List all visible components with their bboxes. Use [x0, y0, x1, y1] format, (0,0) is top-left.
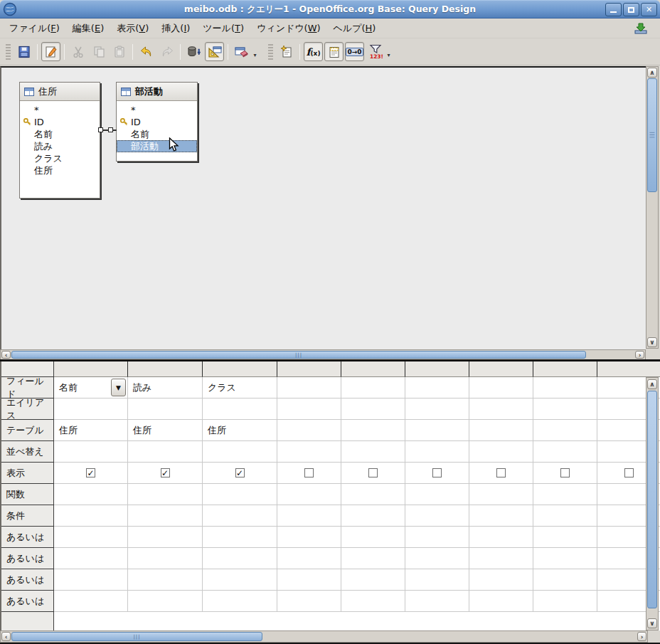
grid-horizontal-scrollbar[interactable]: ‹ ||| › — [0, 630, 648, 643]
grid-cell[interactable]: 住所 — [203, 420, 277, 441]
scroll-right-button[interactable]: › — [637, 632, 646, 641]
menu-item-insert[interactable]: 挿入(I) — [155, 19, 196, 38]
grid-cell[interactable] — [469, 591, 533, 612]
grid-cell[interactable] — [341, 377, 405, 398]
grid-cell[interactable] — [405, 441, 469, 463]
design-vertical-scrollbar[interactable]: ∧ ||| ∨ — [646, 66, 659, 349]
grid-cell[interactable] — [341, 591, 405, 612]
distinct-values-button[interactable]: 123! — [366, 42, 385, 61]
table-field-item[interactable]: クラス — [20, 152, 100, 164]
checkbox-checked[interactable]: ✓ — [235, 468, 245, 477]
table-name-toggle-button[interactable] — [324, 42, 344, 61]
menu-item-edit[interactable]: 編集(E) — [66, 19, 110, 38]
grid-cell[interactable] — [277, 591, 341, 612]
grid-cell[interactable] — [341, 441, 405, 463]
grid-cell[interactable] — [128, 569, 203, 591]
table-field-item[interactable]: * — [117, 104, 197, 116]
scroll-up-button[interactable]: ∧ — [647, 68, 657, 78]
grid-cell[interactable] — [341, 505, 405, 527]
grid-cell[interactable]: ✓ — [128, 463, 203, 484]
grid-cell[interactable]: ✓ — [203, 463, 277, 484]
alias-toggle-button[interactable]: 0→0 — [345, 42, 364, 61]
scroll-left-button[interactable]: ‹ — [1, 351, 11, 359]
grid-cell[interactable] — [341, 398, 405, 420]
table-field-item[interactable]: * — [20, 104, 100, 116]
scroll-up-button[interactable]: ∧ — [647, 379, 657, 389]
grid-column-header[interactable] — [405, 361, 469, 377]
checkbox-unchecked[interactable] — [496, 468, 506, 477]
checkbox-unchecked[interactable] — [624, 468, 634, 477]
grid-cell[interactable] — [533, 420, 597, 441]
grid-cell[interactable]: クラス — [203, 377, 277, 398]
grid-cell[interactable] — [469, 569, 533, 591]
grid-cell[interactable] — [405, 591, 469, 612]
table-field-item[interactable]: 住所 — [20, 164, 100, 176]
join-connector-endpoint[interactable] — [108, 127, 113, 132]
table-field-item[interactable]: 読み — [20, 140, 100, 152]
grid-cell[interactable] — [54, 527, 128, 548]
table-field-item[interactable]: ID — [20, 116, 100, 128]
table-field-item[interactable]: 名前 — [20, 128, 100, 140]
grid-cell[interactable] — [128, 398, 203, 420]
grid-column-header[interactable] — [128, 361, 203, 377]
checkbox-unchecked[interactable] — [368, 468, 378, 477]
grid-cell[interactable] — [405, 484, 469, 505]
grid-cell[interactable] — [128, 548, 203, 569]
grid-cell[interactable] — [533, 527, 597, 548]
undo-button[interactable] — [137, 42, 156, 61]
maximize-button[interactable] — [623, 3, 639, 16]
scroll-left-button[interactable]: ‹ — [1, 632, 11, 641]
grid-cell[interactable]: ✓ — [54, 463, 128, 484]
query-design-canvas[interactable]: 住所*ID名前読みクラス住所部活動*ID名前部活動 — [0, 66, 646, 349]
grid-cell[interactable] — [341, 569, 405, 591]
functions-toggle-button[interactable]: f(x) — [304, 42, 323, 61]
menu-item-help[interactable]: ヘルプ(H) — [327, 19, 383, 38]
grid-cell[interactable] — [203, 591, 277, 612]
grid-vertical-scrollbar[interactable]: ∧ ∨ — [646, 377, 659, 630]
toolbar-overflow-arrow[interactable]: ▾ — [385, 42, 392, 61]
grid-cell[interactable] — [469, 484, 533, 505]
grid-column-header[interactable] — [597, 361, 660, 377]
table-panel-header[interactable]: 部活動 — [117, 83, 197, 101]
grid-cell[interactable] — [277, 505, 341, 527]
table-field-item[interactable]: ID — [117, 116, 197, 128]
grid-cell[interactable] — [203, 548, 277, 569]
grid-column-header[interactable] — [203, 361, 277, 377]
scroll-down-button[interactable]: ∨ — [647, 337, 657, 347]
grid-cell[interactable] — [277, 569, 341, 591]
close-button[interactable]: ✕ — [641, 3, 657, 16]
scrollbar-thumb[interactable]: ||| — [647, 78, 657, 192]
grid-cell[interactable] — [203, 569, 277, 591]
grid-cell[interactable] — [341, 548, 405, 569]
grid-cell[interactable] — [405, 377, 469, 398]
grid-column-header[interactable] — [341, 361, 405, 377]
scrollbar-thumb[interactable] — [647, 391, 657, 608]
grid-cell[interactable] — [341, 463, 405, 484]
table-field-item[interactable]: 名前 — [117, 128, 197, 140]
run-query-button[interactable] — [184, 42, 203, 61]
grid-cell[interactable] — [277, 548, 341, 569]
grid-column-header[interactable] — [277, 361, 341, 377]
clear-query-button[interactable] — [232, 42, 251, 61]
menu-item-file[interactable]: ファイル(F) — [3, 19, 66, 38]
grid-cell[interactable] — [203, 398, 277, 420]
grid-cell[interactable] — [533, 441, 597, 463]
grid-cell[interactable] — [533, 377, 597, 398]
grid-cell[interactable] — [405, 505, 469, 527]
clear-query-dropdown-arrow[interactable]: ▾ — [252, 42, 258, 61]
field-dropdown-button[interactable]: ▼ — [111, 379, 126, 396]
checkbox-checked[interactable]: ✓ — [86, 468, 95, 477]
save-button[interactable] — [14, 42, 33, 61]
grid-cell[interactable] — [469, 463, 533, 484]
load-url-icon[interactable] — [633, 21, 649, 36]
menu-item-tools[interactable]: ツール(T) — [196, 19, 250, 38]
checkbox-unchecked[interactable] — [432, 468, 442, 477]
grid-cell[interactable] — [533, 505, 597, 527]
minimize-button[interactable] — [605, 3, 622, 16]
grid-cell[interactable] — [128, 441, 203, 463]
grid-cell[interactable] — [533, 463, 597, 484]
grid-column-header[interactable] — [469, 361, 533, 377]
checkbox-unchecked[interactable] — [560, 468, 570, 477]
grid-cell[interactable] — [128, 527, 203, 548]
checkbox-checked[interactable]: ✓ — [161, 468, 170, 477]
